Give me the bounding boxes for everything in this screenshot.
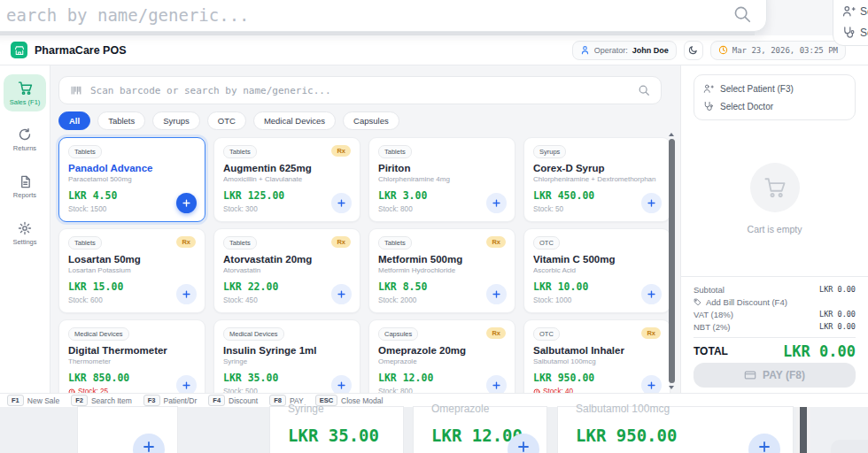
user-plus-icon — [703, 83, 714, 94]
add-to-cart-button[interactable] — [331, 193, 352, 213]
totals-divider — [694, 337, 856, 338]
operator-name: John Doe — [632, 46, 669, 55]
add-to-cart-button[interactable] — [133, 434, 165, 453]
add-to-cart-button[interactable] — [641, 193, 662, 213]
gear-icon — [18, 221, 32, 235]
magnified-scrollbar[interactable] — [796, 407, 810, 453]
category-tab[interactable]: Medical Devices — [253, 111, 336, 130]
plus-icon — [182, 289, 191, 299]
add-to-cart-button[interactable] — [176, 375, 197, 393]
plus-icon — [647, 289, 656, 299]
category-tab[interactable]: All — [58, 111, 90, 130]
product-card[interactable]: OTC Rx Salbutamol Inhaler Salbutamol 100… — [523, 319, 670, 393]
shortcut-label: Discount — [229, 396, 258, 405]
category-badge: Tablets — [68, 145, 102, 158]
add-to-cart-button[interactable] — [331, 375, 352, 393]
category-badge: Medical Devices — [223, 327, 284, 341]
select-doctor-button[interactable]: Select Doctor — [703, 101, 846, 111]
select-patient-button[interactable]: Select Patient (F3) — [703, 83, 846, 94]
product-generic: Salbutamol 100mcg — [533, 357, 661, 365]
operator-chip: Operator: John Doe — [572, 41, 677, 60]
product-card[interactable]: Capsules Rx Omeprazole 20mg Omeprazole L… — [368, 319, 515, 393]
add-to-cart-button[interactable] — [176, 193, 197, 213]
product-name: Panadol Advance — [68, 163, 196, 173]
product-card[interactable]: OTC Vitamin C 500mg Ascorbic Acid LKR 10… — [523, 228, 670, 313]
add-to-cart-button[interactable] — [486, 375, 507, 393]
magnified-search-text: earch by name/generic... — [6, 5, 732, 25]
dark-mode-toggle[interactable] — [684, 41, 703, 60]
scrollbar-thumb[interactable] — [800, 407, 807, 453]
product-card[interactable]: Tablets Panadol Advance Paracetamol 500m… — [58, 137, 205, 222]
magnified-patient-doctor-panel: Se Se — [833, 0, 868, 46]
rx-badge: Rx — [331, 145, 351, 157]
total-value: LKR 0.00 — [783, 342, 856, 360]
product-card[interactable]: Tablets Piriton Chlorpheniramine 4mg LKR… — [368, 137, 515, 222]
product-scrollbar[interactable] — [666, 133, 677, 389]
sidebar-item-reports[interactable]: Reports — [4, 168, 46, 205]
category-tab[interactable]: Capsules — [343, 111, 399, 130]
plus-icon — [182, 380, 191, 390]
app-title: PharmaCare POS — [35, 44, 127, 57]
magnified-select-doctor[interactable]: Se — [842, 26, 868, 39]
add-to-cart-button[interactable] — [508, 434, 539, 453]
rx-badge: Rx — [486, 236, 506, 248]
total-label: TOTAL — [694, 345, 728, 357]
product-name: Atorvastatin 20mg — [223, 254, 351, 265]
add-to-cart-button[interactable] — [331, 284, 352, 304]
product-card[interactable]: Syrups Corex-D Syrup Chlorpheniramine + … — [523, 137, 670, 222]
product-grid: Tablets Panadol Advance Paracetamol 500m… — [58, 137, 662, 393]
magnified-select-patient[interactable]: Se — [842, 4, 868, 18]
category-tab[interactable]: Syrups — [152, 111, 200, 130]
patient-doctor-box: Select Patient (F3) Select Doctor — [694, 74, 856, 120]
moon-icon — [688, 45, 698, 55]
tag-icon — [694, 298, 701, 306]
product-card[interactable]: Medical Devices Digital Thermometer Ther… — [58, 319, 205, 393]
plus-icon — [492, 198, 501, 208]
scroll-up-arrow[interactable] — [669, 133, 674, 136]
product-card[interactable]: Tablets Rx Atorvastatin 20mg Atorvastati… — [213, 228, 360, 313]
sidebar: Sales (F1) Returns Reports Settings — [0, 65, 50, 393]
header-right-cluster: Operator: John Doe Mar 23, 2026, 03:25 P… — [572, 41, 846, 60]
shortcut-key: F8 — [269, 395, 286, 406]
pharmacy-store-icon — [11, 42, 27, 58]
magnified-price: LKR 35.00 — [288, 426, 379, 445]
scrollbar-thumb[interactable] — [669, 139, 675, 383]
vat-row: VAT (18%) LKR 0.00 — [694, 308, 856, 320]
sidebar-item-sales[interactable]: Sales (F1) — [4, 74, 46, 111]
add-to-cart-button[interactable] — [641, 284, 662, 304]
product-name: Piriton — [378, 163, 506, 173]
product-generic: Syringe — [223, 357, 351, 365]
product-name: Losartan 50mg — [68, 254, 196, 265]
add-to-cart-button[interactable] — [176, 284, 197, 304]
add-to-cart-button[interactable] — [486, 284, 507, 304]
product-card[interactable]: Tablets Rx Metformin 500mg Metformin Hyd… — [368, 228, 515, 313]
product-generic: Ascorbic Acid — [533, 266, 661, 274]
scroll-down-arrow[interactable] — [669, 386, 674, 389]
add-to-cart-button[interactable] — [486, 193, 507, 213]
category-badge: Tablets — [378, 236, 412, 250]
category-tab[interactable]: OTC — [207, 111, 246, 130]
shortcut-key: F4 — [208, 395, 225, 406]
product-name: Omeprazole 20mg — [378, 345, 506, 356]
magnified-search-box[interactable]: earch by name/generic... — [0, 0, 767, 32]
plus-icon — [492, 289, 501, 299]
sidebar-item-returns[interactable]: Returns — [4, 121, 46, 158]
category-badge: Capsules — [378, 327, 418, 341]
product-generic: Amoxicillin + Clavulanate — [223, 175, 351, 183]
product-generic: Atorvastatin — [223, 266, 351, 274]
pay-button[interactable]: PAY (F8) — [694, 363, 856, 388]
product-generic: Chlorpheniramine 4mg — [378, 175, 506, 183]
add-to-cart-button[interactable] — [748, 434, 780, 453]
product-search-bar[interactable]: Scan barcode or search by name/generic..… — [58, 76, 662, 104]
app-header: PharmaCare POS Operator: John Doe Mar 23… — [0, 35, 868, 65]
category-tab[interactable]: Tablets — [97, 111, 145, 130]
product-card[interactable]: Medical Devices Insulin Syringe 1ml Syri… — [213, 319, 360, 393]
product-card[interactable]: Tablets Rx Augmentin 625mg Amoxicillin +… — [213, 137, 360, 222]
category-badge: Tablets — [68, 236, 102, 250]
magnified-price: LKR 950.00 — [576, 426, 677, 445]
product-card[interactable]: Tablets Rx Losartan 50mg Losartan Potass… — [58, 228, 205, 313]
add-to-cart-button[interactable] — [641, 375, 662, 393]
sidebar-item-settings[interactable]: Settings — [4, 215, 46, 252]
add-discount-button[interactable]: Add Bill Discount (F4) — [694, 296, 856, 308]
pos-app-window: PharmaCare POS Operator: John Doe Mar 23… — [0, 35, 868, 407]
